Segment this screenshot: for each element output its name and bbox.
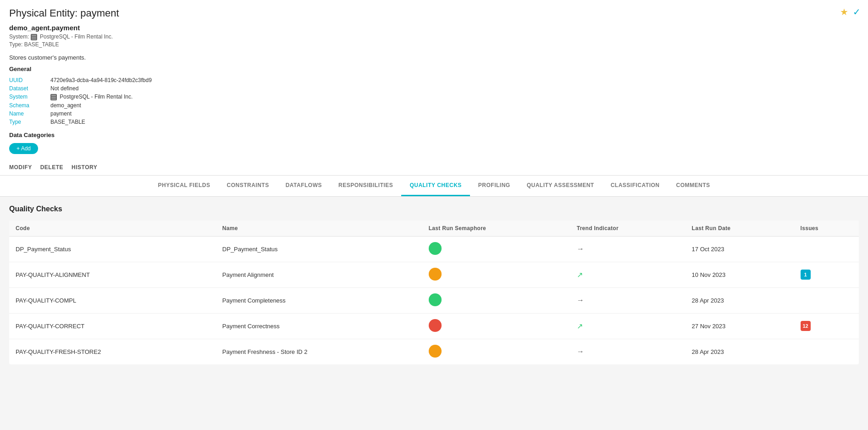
dataset-val: Not defined (50, 85, 859, 92)
tab-quality-checks[interactable]: QUALITY CHECKS (401, 176, 470, 196)
tab-constraints[interactable]: CONSTRAINTS (218, 176, 277, 196)
schema-key: Schema (9, 102, 46, 109)
semaphore-dot-red (429, 319, 442, 332)
table-row[interactable]: PAY-QUALITY-FRESH-STORE2Payment Freshnes… (9, 339, 859, 364)
row-issues (794, 339, 859, 364)
col-trend-indicator: Trend Indicator (570, 221, 686, 237)
tab-profiling[interactable]: PROFILING (470, 176, 519, 196)
row-semaphore (422, 236, 570, 262)
row-semaphore (422, 339, 570, 364)
quality-checks-heading: Quality Checks (9, 205, 859, 213)
semaphore-dot-green (429, 293, 442, 306)
entity-system-meta: System: PostgreSQL - Film Rental Inc. (9, 33, 859, 40)
db-system-icon-2 (50, 94, 57, 100)
table-header-row: Code Name Last Run Semaphore Trend Indic… (9, 221, 859, 237)
issue-badge[interactable]: 1 (801, 270, 811, 280)
row-code: DP_Payment_Status (9, 236, 216, 262)
row-semaphore (422, 313, 570, 339)
check-icon[interactable]: ✓ (853, 6, 861, 17)
tab-classification[interactable]: CLASSIFICATION (603, 176, 668, 196)
row-issues: 12 (794, 313, 859, 339)
issue-badge[interactable]: 12 (801, 321, 811, 331)
header-icons: ★ ✓ (840, 6, 861, 17)
page-title: Physical Entity: payment (9, 7, 859, 19)
row-code: PAY-QUALITY-ALIGNMENT (9, 262, 216, 287)
col-code: Code (9, 221, 216, 237)
trend-flat-icon: → (577, 347, 584, 355)
system-val-text: PostgreSQL - Film Rental Inc. (60, 94, 133, 100)
row-name: Payment Freshness - Store ID 2 (216, 339, 422, 364)
table-row[interactable]: PAY-QUALITY-CORRECTPayment Correctness↗2… (9, 313, 859, 339)
add-data-category-button[interactable]: + Add (9, 143, 38, 154)
table-row[interactable]: DP_Payment_StatusDP_Payment_Status→17 Oc… (9, 236, 859, 262)
row-issues (794, 236, 859, 262)
semaphore-dot-orange (429, 268, 442, 281)
star-icon[interactable]: ★ (840, 6, 848, 17)
trend-flat-icon: → (577, 296, 584, 304)
type-value: BASE_TABLE (24, 41, 59, 48)
action-bar: MODIFY DELETE HISTORY (9, 159, 859, 175)
row-code: PAY-QUALITY-CORRECT (9, 313, 216, 339)
row-last-run-date: 10 Nov 2023 (686, 262, 794, 287)
name-val: payment (50, 110, 859, 117)
dataset-key: Dataset (9, 85, 46, 92)
row-name: Payment Correctness (216, 313, 422, 339)
tabs-bar: PHYSICAL FIELDS CONSTRAINTS DATAFLOWS RE… (0, 176, 868, 197)
schema-val: demo_agent (50, 102, 859, 109)
row-issues: 1 (794, 262, 859, 287)
type-label: Type: (9, 41, 22, 48)
delete-button[interactable]: DELETE (40, 164, 63, 171)
system-val: PostgreSQL - Film Rental Inc. (50, 94, 859, 100)
row-trend: ↗ (570, 313, 686, 339)
col-name: Name (216, 221, 422, 237)
data-categories-section: Data Categories + Add (9, 132, 859, 154)
trend-up-icon: ↗ (577, 271, 583, 279)
semaphore-dot-green (429, 242, 442, 255)
type-key: Type (9, 119, 46, 125)
tab-dataflows[interactable]: DATAFLOWS (277, 176, 330, 196)
row-code: PAY-QUALITY-COMPL (9, 287, 216, 313)
row-semaphore (422, 287, 570, 313)
tab-comments[interactable]: COMMENTS (668, 176, 718, 196)
modify-button[interactable]: MODIFY (9, 164, 32, 171)
col-issues: Issues (794, 221, 859, 237)
entity-type-meta: Type: BASE_TABLE (9, 41, 859, 48)
row-trend: → (570, 287, 686, 313)
data-categories-title: Data Categories (9, 132, 859, 138)
row-name: Payment Completeness (216, 287, 422, 313)
table-row[interactable]: PAY-QUALITY-COMPLPayment Completeness→28… (9, 287, 859, 313)
tab-quality-assessment[interactable]: QUALITY ASSESSMENT (519, 176, 603, 196)
row-name: Payment Alignment (216, 262, 422, 287)
general-section-title: General (9, 66, 859, 72)
row-name: DP_Payment_Status (216, 236, 422, 262)
uuid-key: UUID (9, 77, 46, 83)
row-last-run-date: 28 Apr 2023 (686, 339, 794, 364)
table-row[interactable]: PAY-QUALITY-ALIGNMENTPayment Alignment↗1… (9, 262, 859, 287)
row-trend: → (570, 339, 686, 364)
row-semaphore (422, 262, 570, 287)
history-button[interactable]: HISTORY (72, 164, 97, 171)
row-trend: ↗ (570, 262, 686, 287)
row-last-run-date: 17 Oct 2023 (686, 236, 794, 262)
trend-flat-icon: → (577, 245, 584, 253)
uuid-val: 4720e9a3-dcba-4a94-819c-24fdb2c3fbd9 (50, 77, 859, 83)
tab-physical-fields[interactable]: PHYSICAL FIELDS (150, 176, 219, 196)
entity-description: Stores customer's payments. (9, 54, 859, 61)
system-label: System: (9, 33, 29, 40)
row-last-run-date: 27 Nov 2023 (686, 313, 794, 339)
entity-full-name: demo_agent.payment (9, 24, 859, 32)
system-key: System (9, 94, 46, 100)
row-code: PAY-QUALITY-FRESH-STORE2 (9, 339, 216, 364)
system-value: PostgreSQL - Film Rental Inc. (40, 33, 113, 40)
tab-responsibilities[interactable]: RESPONSIBILITIES (330, 176, 401, 196)
col-last-run-semaphore: Last Run Semaphore (422, 221, 570, 237)
type-val: BASE_TABLE (50, 119, 859, 125)
general-grid: UUID 4720e9a3-dcba-4a94-819c-24fdb2c3fbd… (9, 77, 859, 125)
quality-checks-table: Code Name Last Run Semaphore Trend Indic… (9, 221, 859, 364)
page-header: ★ ✓ Physical Entity: payment demo_agent.… (0, 0, 868, 176)
db-system-icon (31, 34, 37, 40)
row-trend: → (570, 236, 686, 262)
col-last-run-date: Last Run Date (686, 221, 794, 237)
semaphore-dot-orange (429, 345, 442, 358)
name-key: Name (9, 110, 46, 117)
